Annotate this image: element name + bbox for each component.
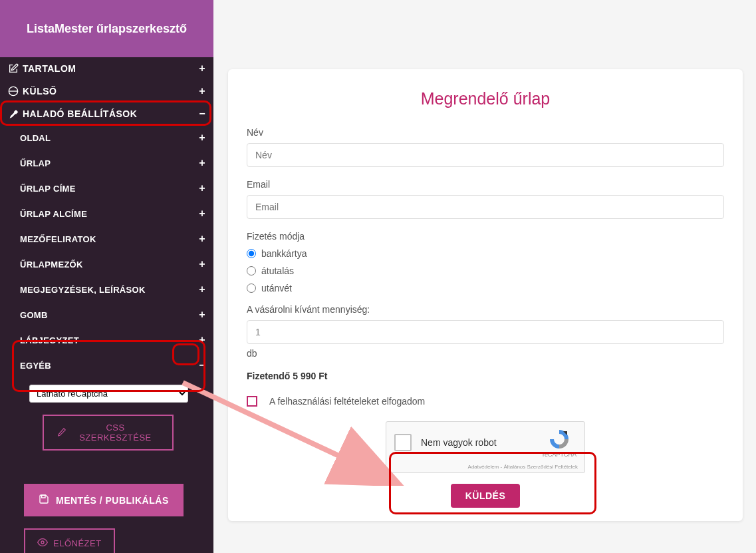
button-label: MENTÉS / PUBLIKÁLÁS — [56, 495, 169, 506]
sub-item-gomb[interactable]: GOMB + — [20, 302, 213, 327]
recaptcha-widget: Nem vagyok robot reCAPTCHA Adatvédelem -… — [386, 421, 585, 473]
sub-label: ŰRLAP CÍME — [20, 184, 76, 194]
save-icon — [39, 494, 49, 506]
sub-label: GOMB — [20, 310, 48, 320]
nav-item-halado[interactable]: HALADÓ BEÁLLÍTÁSOK − — [0, 102, 213, 125]
sub-item-urlapmezok[interactable]: ŰRLAPMEZŐK + — [20, 252, 213, 277]
globe-icon — [8, 86, 19, 96]
form-title: Megrendelő űrlap — [247, 89, 724, 108]
wrench-icon — [8, 108, 19, 119]
sub-label: ŰRLAPMEZŐK — [20, 260, 83, 270]
payment-radio-cod[interactable] — [247, 283, 256, 293]
payment-option-label: bankkártya — [261, 248, 307, 259]
name-label: Név — [247, 127, 724, 138]
sub-label: ŰRLAP ALCÍME — [20, 209, 87, 219]
nav-label: KÜLSŐ — [23, 86, 57, 96]
qty-input[interactable] — [247, 320, 724, 344]
expand-icon: + — [199, 182, 205, 194]
sub-label: ŰRLAP — [20, 158, 51, 168]
sub-label: OLDAL — [20, 133, 51, 143]
name-input[interactable] — [247, 143, 724, 167]
expand-icon: + — [199, 132, 205, 144]
form-panel: Megrendelő űrlap Név Email Fizetés módja… — [228, 69, 743, 521]
recaptcha-brand: reCAPTCHA — [543, 451, 576, 458]
terms-checkbox[interactable] — [247, 396, 257, 407]
recaptcha-checkbox[interactable] — [394, 434, 412, 451]
terms-text: A felhasználási feltételeket elfogadom — [269, 396, 425, 407]
payment-option-label: átutalás — [261, 266, 294, 276]
payment-radio-transfer[interactable] — [247, 266, 256, 276]
button-label: CSS SZERKESZTÉSE — [72, 423, 159, 443]
save-button[interactable]: MENTÉS / PUBLIKÁLÁS — [24, 484, 184, 516]
svg-point-2 — [41, 541, 44, 544]
sub-item-oldal[interactable]: OLDAL + — [20, 125, 213, 150]
recaptcha-logo-icon — [549, 429, 570, 450]
preview-button[interactable]: ELŐNÉZET — [24, 528, 115, 553]
total-amount: Fizetendő 5 990 Ft — [247, 371, 724, 381]
pencil-icon — [57, 427, 66, 439]
sub-item-urlap-alcime[interactable]: ŰRLAP ALCÍME + — [20, 201, 213, 226]
nav-label: HALADÓ BEÁLLÍTÁSOK — [23, 108, 137, 119]
sub-item-urlap-cime[interactable]: ŰRLAP CÍME + — [20, 176, 213, 201]
sub-label: EGYÉB — [20, 361, 51, 371]
sub-label: MEGJEGYZÉSEK, LEÍRÁSOK — [20, 285, 146, 295]
recaptcha-select-wrap: Látható reCaptcha — [29, 385, 188, 403]
submit-button[interactable]: KÜLDÉS — [451, 484, 521, 508]
app-title-text: ListaMester űrlapszerkesztő — [27, 22, 187, 36]
button-label: KÜLDÉS — [465, 490, 506, 501]
sub-item-labjegyzet[interactable]: LÁBJEGYZET + — [20, 327, 213, 353]
main-area: Megrendelő űrlap Név Email Fizetés módja… — [213, 0, 756, 553]
edit-icon — [8, 63, 19, 74]
sub-label: LÁBJEGYZET — [20, 335, 79, 345]
app-title: ListaMester űrlapszerkesztő — [0, 0, 213, 57]
qty-unit: db — [247, 348, 724, 359]
expand-icon: + — [199, 309, 205, 321]
expand-icon: + — [199, 157, 205, 169]
sidebar: ListaMester űrlapszerkesztő TARTALOM + K… — [0, 0, 213, 553]
sub-label: MEZŐFELIRATOK — [20, 234, 96, 244]
email-input[interactable] — [247, 195, 724, 219]
svg-rect-1 — [42, 495, 45, 498]
button-label: ELŐNÉZET — [53, 538, 102, 548]
collapse-icon: − — [199, 359, 205, 371]
email-label: Email — [247, 179, 724, 190]
sub-item-urlap[interactable]: ŰRLAP + — [20, 150, 213, 176]
expand-icon: + — [199, 283, 205, 295]
collapse-icon: − — [199, 108, 205, 120]
recaptcha-text: Nem vagyok robot — [421, 437, 497, 448]
nav-item-tartalom[interactable]: TARTALOM + — [0, 57, 213, 80]
expand-icon: + — [199, 334, 205, 346]
css-edit-button[interactable]: CSS SZERKESZTÉSE — [43, 415, 174, 451]
sub-item-megjegyzesek[interactable]: MEGJEGYZÉSEK, LEÍRÁSOK + — [20, 277, 213, 302]
payment-label: Fizetés módja — [247, 231, 724, 242]
recaptcha-select[interactable]: Látható reCaptcha — [29, 385, 188, 403]
expand-icon: + — [199, 258, 205, 270]
sub-item-mezofeliratok[interactable]: MEZŐFELIRATOK + — [20, 226, 213, 252]
nav-item-kulso[interactable]: KÜLSŐ + — [0, 80, 213, 102]
payment-radio-bank[interactable] — [247, 249, 256, 258]
sub-item-egyeb[interactable]: EGYÉB − — [20, 353, 213, 378]
expand-icon: + — [199, 233, 205, 245]
eye-icon — [37, 537, 48, 550]
expand-icon: + — [199, 63, 205, 75]
qty-label: A vásárolni kívánt mennyiség: — [247, 304, 724, 315]
nav-label: TARTALOM — [23, 63, 76, 74]
expand-icon: + — [199, 85, 205, 97]
recaptcha-links[interactable]: Adatvédelem - Általános Szerződési Felté… — [468, 464, 578, 470]
expand-icon: + — [199, 208, 205, 220]
payment-option-label: utánvét — [261, 283, 292, 293]
